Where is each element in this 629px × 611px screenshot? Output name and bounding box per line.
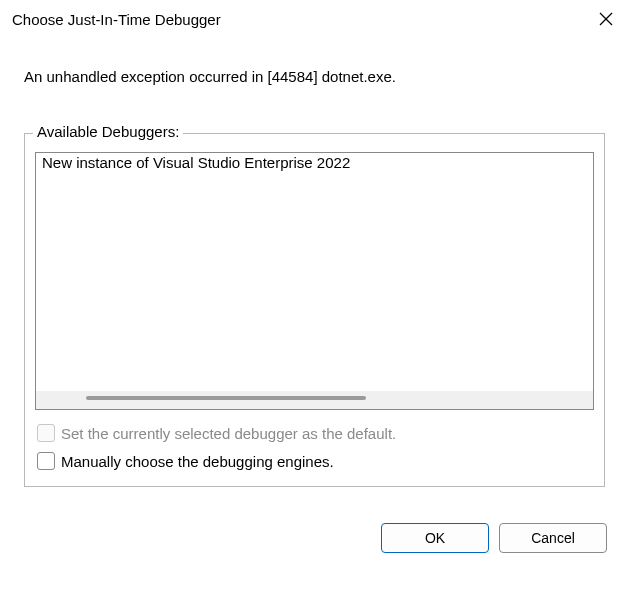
set-default-label: Set the currently selected debugger as t… bbox=[61, 425, 396, 442]
set-default-checkbox bbox=[37, 424, 55, 442]
ok-button[interactable]: OK bbox=[381, 523, 489, 553]
manual-engines-row: Manually choose the debugging engines. bbox=[35, 452, 594, 470]
debuggers-fieldset: Available Debuggers: New instance of Vis… bbox=[24, 133, 605, 487]
list-item[interactable]: New instance of Visual Studio Enterprise… bbox=[36, 153, 593, 172]
close-icon bbox=[599, 12, 613, 26]
dialog-content: An unhandled exception occurred in [4458… bbox=[0, 38, 629, 487]
titlebar: Choose Just-In-Time Debugger bbox=[0, 0, 629, 38]
set-default-row: Set the currently selected debugger as t… bbox=[35, 424, 594, 442]
manual-engines-checkbox[interactable] bbox=[37, 452, 55, 470]
debuggers-listbox[interactable]: New instance of Visual Studio Enterprise… bbox=[35, 152, 594, 410]
exception-message: An unhandled exception occurred in [4458… bbox=[20, 68, 609, 85]
window-title: Choose Just-In-Time Debugger bbox=[12, 11, 221, 28]
close-button[interactable] bbox=[583, 0, 629, 38]
button-row: OK Cancel bbox=[0, 487, 629, 553]
debuggers-label: Available Debuggers: bbox=[33, 123, 183, 140]
horizontal-scrollbar[interactable] bbox=[36, 391, 593, 409]
manual-engines-label: Manually choose the debugging engines. bbox=[61, 453, 334, 470]
scrollbar-thumb[interactable] bbox=[86, 396, 366, 400]
cancel-button[interactable]: Cancel bbox=[499, 523, 607, 553]
